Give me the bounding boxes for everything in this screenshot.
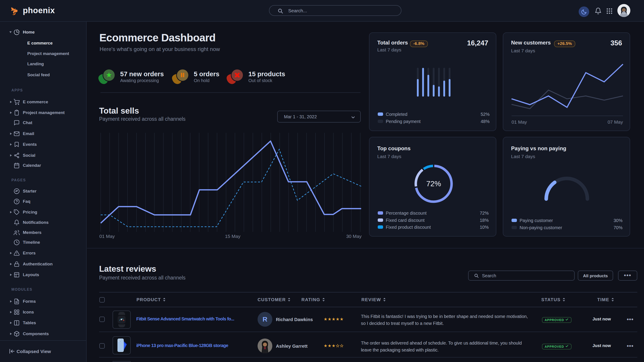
svg-text:72%: 72% bbox=[426, 180, 441, 188]
svg-text:07 May: 07 May bbox=[608, 119, 623, 125]
svg-text:30 May: 30 May bbox=[346, 234, 362, 239]
svg-text:01 May: 01 May bbox=[512, 119, 527, 125]
svg-text:15 May: 15 May bbox=[225, 234, 240, 239]
svg-text:01 May: 01 May bbox=[99, 234, 115, 239]
